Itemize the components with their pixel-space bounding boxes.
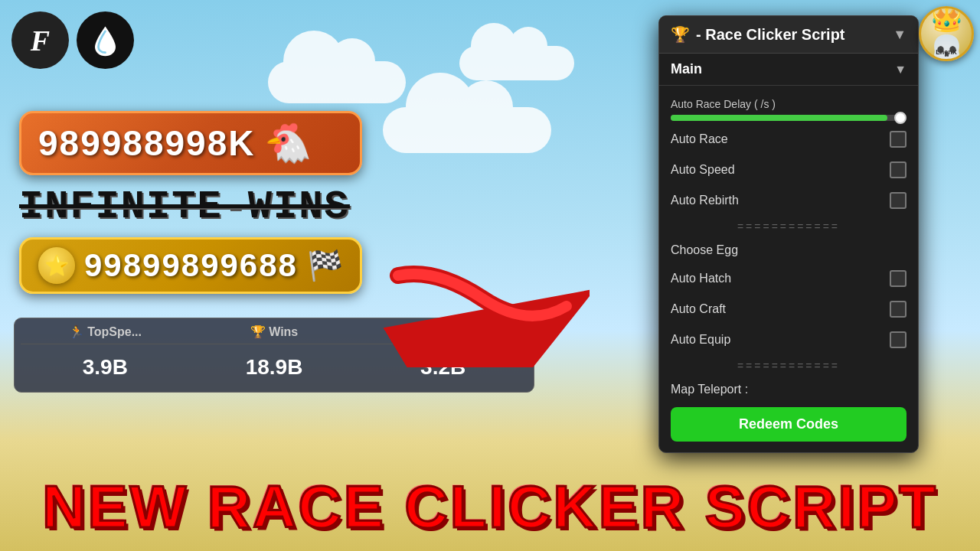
bottom-title-text: New Race Clicker Script (42, 473, 938, 540)
auto-rebirth-label: Auto Rebirth (671, 194, 739, 207)
auto-race-label: Auto Race (671, 132, 728, 146)
script-panel: 🏆 - Race Clicker Script ▼ Main ▼ Auto Ra… (658, 15, 919, 453)
stat-topspeed: 3.9B (21, 349, 190, 386)
panel-title-bar: 🏆 - Race Clicker Script ▼ (659, 16, 918, 54)
panel-section-header[interactable]: Main ▼ (659, 54, 918, 86)
auto-race-checkbox[interactable] (890, 131, 906, 148)
logos-area: F (11, 11, 134, 69)
toggle-row-autospeed: Auto Speed (659, 155, 918, 185)
panel-title-text: - Race Clicker Script (696, 26, 845, 44)
panel-title-left: 🏆 - Race Clicker Script (671, 25, 845, 44)
auto-equip-label: Auto Equip (671, 333, 730, 347)
red-arrow (375, 253, 590, 367)
slider-track[interactable] (671, 115, 906, 121)
toggle-row-autocraft: Auto Craft (659, 294, 918, 324)
slider-label: Auto Race Delay ( /s ) (671, 98, 906, 110)
slider-row: Auto Race Delay ( /s ) (659, 92, 918, 124)
auto-speed-checkbox[interactable] (890, 161, 906, 178)
coin-star-icon: ⭐ (38, 247, 75, 284)
stats-col-topspeed: 🏃 TopSpe... (21, 324, 190, 339)
auto-rebirth-checkbox[interactable] (890, 192, 906, 209)
toggle-row-autorace: Auto Race (659, 124, 918, 155)
cloud-3 (459, 46, 574, 80)
auto-equip-checkbox[interactable] (890, 331, 906, 348)
stat-wins: 18.9B (190, 349, 359, 386)
coins-number: 99899899688 (84, 247, 298, 284)
section-dropdown-arrow: ▼ (894, 63, 906, 77)
stats-col-wins: 🏆 Wins (190, 324, 359, 339)
chicken-icon: 🐔 (264, 121, 312, 165)
trophy-icon: 🏆 (671, 25, 690, 44)
coins-box: ⭐ 99899899688 🏁 (19, 237, 362, 294)
wins-box: 989988998K 🐔 (19, 111, 362, 175)
avatar-label: LhenX (936, 48, 957, 56)
wins-number: 989988998K (38, 122, 255, 164)
avatar-crown-icon: 👑 (929, 6, 964, 34)
avatar-skull-icon: 💀 (929, 34, 964, 61)
cloud-1 (268, 61, 406, 103)
slider-thumb[interactable] (894, 112, 906, 124)
infinite-wins-label: InFinITe-WInS (19, 184, 362, 230)
logo-drop (77, 11, 134, 69)
redeem-button[interactable]: Redeem Codes (671, 407, 906, 442)
separator-1: ============ (659, 216, 918, 237)
score-area: 989988998K 🐔 InFinITe-WInS ⭐ 99899899688… (19, 111, 362, 294)
auto-speed-label: Auto Speed (671, 163, 735, 177)
panel-body: Auto Race Delay ( /s ) Auto Race Auto Sp… (659, 86, 918, 452)
section-label: Main (671, 61, 702, 77)
checkered-flag-icon: 🏁 (307, 249, 343, 282)
slider-fill (671, 115, 887, 121)
drop-icon (88, 23, 122, 57)
auto-hatch-checkbox[interactable] (890, 270, 906, 287)
map-teleport-label: Map Teleport : (671, 383, 748, 396)
choose-egg-row[interactable]: Choose Egg (659, 237, 918, 263)
toggle-row-autohatch: Auto Hatch (659, 263, 918, 294)
logo-f: F (11, 11, 69, 69)
auto-hatch-label: Auto Hatch (671, 272, 731, 285)
cloud-2 (383, 107, 551, 153)
toggle-row-autoequip: Auto Equip (659, 324, 918, 355)
auto-craft-checkbox[interactable] (890, 301, 906, 318)
choose-egg-label: Choose Egg (671, 243, 738, 256)
panel-dropdown-arrow[interactable]: ▼ (893, 27, 906, 43)
avatar-badge: 👑 💀 LhenX (919, 6, 974, 61)
bottom-title-area: New Race Clicker Script (0, 472, 980, 542)
map-teleport-row: Map Teleport : (659, 377, 918, 403)
toggle-row-autorebirth: Auto Rebirth (659, 185, 918, 216)
auto-craft-label: Auto Craft (671, 302, 726, 316)
separator-2: ============ (659, 355, 918, 377)
